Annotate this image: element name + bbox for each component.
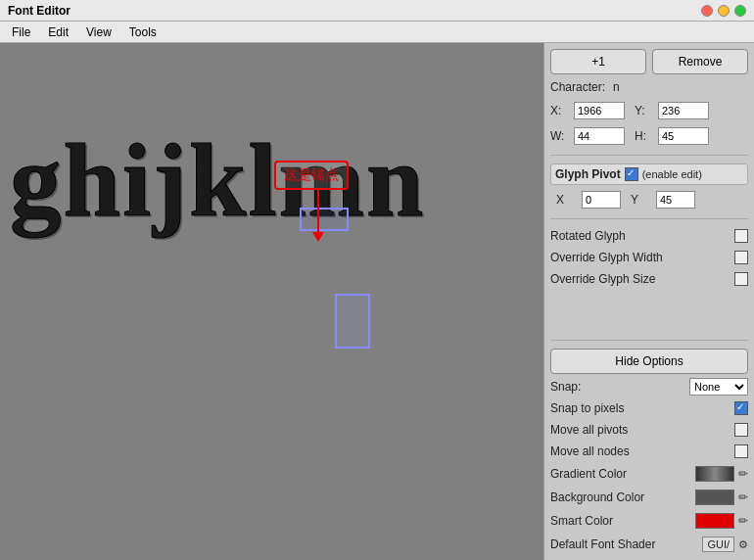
rotated-glyph-row: Rotated Glyph xyxy=(550,227,748,245)
menu-bar: File Edit View Tools xyxy=(0,22,754,43)
anchor-arrow xyxy=(317,188,319,237)
glyph-pivot-enable-text: (enable edit) xyxy=(642,168,702,180)
n-selection-box xyxy=(300,208,349,231)
pivot-xy-row: X Y xyxy=(550,191,748,209)
hide-options-button[interactable]: Hide Options xyxy=(550,349,748,374)
override-size-label: Override Glyph Size xyxy=(550,272,729,286)
wh-row: W: H: xyxy=(550,127,748,145)
snap-to-pixels-checkbox[interactable] xyxy=(734,401,748,415)
plus-one-button[interactable]: +1 xyxy=(550,49,646,74)
menu-view[interactable]: View xyxy=(78,23,119,41)
maximize-button[interactable] xyxy=(734,5,746,17)
arrow-line xyxy=(317,188,319,232)
smart-color-label: Smart Color xyxy=(550,514,691,528)
glyph-text: ghijklmn xyxy=(10,121,425,240)
override-size-checkbox[interactable] xyxy=(734,272,748,286)
background-color-row: Background Color ✏ xyxy=(550,488,748,507)
character-value: n xyxy=(613,80,620,94)
w-input[interactable] xyxy=(574,127,625,145)
divider-3 xyxy=(550,340,748,341)
smart-color-swatch[interactable] xyxy=(695,513,734,529)
glyph-pivot-label: Glyph Pivot xyxy=(555,167,621,181)
w-label: W: xyxy=(550,129,570,143)
move-all-nodes-label: Move all nodes xyxy=(550,444,729,458)
y-label: Y: xyxy=(635,104,654,117)
arrow-head xyxy=(312,232,324,242)
canvas-area[interactable]: ghijklmn 这是锚点 选中这里进入锚点编辑模式 xyxy=(0,43,543,560)
default-font-shader-value: GUI/ xyxy=(702,537,734,552)
divider-2 xyxy=(550,218,748,219)
main-layout: ghijklmn 这是锚点 选中这里进入锚点编辑模式 xyxy=(0,43,754,560)
menu-file[interactable]: File xyxy=(4,23,38,41)
glyph-display: ghijklmn xyxy=(0,121,524,240)
pivot-x-input[interactable] xyxy=(582,191,621,209)
h-label: H: xyxy=(635,129,654,143)
move-all-nodes-row: Move all nodes xyxy=(550,443,748,460)
anchor-label: 这是锚点 xyxy=(284,166,339,182)
default-font-shader-label: Default Font Shader xyxy=(550,537,698,551)
top-button-row: +1 Remove xyxy=(550,49,748,74)
character-row: Character: n xyxy=(550,80,748,94)
move-all-nodes-checkbox[interactable] xyxy=(734,444,748,458)
anchor-annotation: 这是锚点 xyxy=(274,161,349,190)
move-all-pivots-checkbox[interactable] xyxy=(734,423,748,437)
gear-icon[interactable]: ⚙ xyxy=(738,538,748,551)
pivot-x-label: X xyxy=(556,193,576,207)
rect-selection-box xyxy=(335,294,370,349)
character-label: Character: xyxy=(550,80,605,94)
smart-color-edit-icon[interactable]: ✏ xyxy=(738,514,748,528)
divider-1 xyxy=(550,155,748,156)
rotated-glyph-checkbox[interactable] xyxy=(734,229,748,243)
move-all-pivots-label: Move all pivots xyxy=(550,423,729,437)
background-color-label: Background Color xyxy=(550,490,691,504)
override-width-checkbox[interactable] xyxy=(734,251,748,264)
glyph-pivot-checkbox[interactable] xyxy=(625,167,638,181)
xy-row: X: Y: xyxy=(550,102,748,119)
snap-select[interactable]: None Grid Pixel xyxy=(689,378,748,396)
background-color-swatch[interactable] xyxy=(695,490,734,505)
background-color-edit-icon[interactable]: ✏ xyxy=(738,490,748,504)
gradient-color-label: Gradient Color xyxy=(550,467,691,481)
override-size-row: Override Glyph Size xyxy=(550,270,748,288)
remove-button[interactable]: Remove xyxy=(652,49,748,74)
h-input[interactable] xyxy=(658,127,709,145)
move-all-pivots-row: Move all pivots xyxy=(550,421,748,439)
glyph-pivot-row: Glyph Pivot (enable edit) xyxy=(550,163,748,185)
app-title: Font Editor xyxy=(8,4,71,18)
rotated-glyph-label: Rotated Glyph xyxy=(550,229,729,243)
override-width-label: Override Glyph Width xyxy=(550,251,729,264)
right-panel: +1 Remove Character: n X: Y: W: H: xyxy=(543,43,754,560)
smart-color-row: Smart Color ✏ xyxy=(550,511,748,531)
minimize-button[interactable] xyxy=(718,5,730,17)
gradient-color-swatch[interactable] xyxy=(695,466,734,482)
snap-label: Snap: xyxy=(550,380,685,394)
snap-row: Snap: None Grid Pixel xyxy=(550,378,748,396)
gradient-color-edit-icon[interactable]: ✏ xyxy=(738,467,748,481)
y-input[interactable] xyxy=(658,102,709,119)
menu-tools[interactable]: Tools xyxy=(121,23,165,41)
snap-to-pixels-label: Snap to pixels xyxy=(550,401,729,415)
pivot-y-label: Y xyxy=(631,193,650,207)
pivot-y-input[interactable] xyxy=(656,191,695,209)
window-controls xyxy=(701,5,746,17)
title-bar: Font Editor xyxy=(0,0,754,22)
close-button[interactable] xyxy=(701,5,713,17)
override-width-row: Override Glyph Width xyxy=(550,249,748,266)
x-input[interactable] xyxy=(574,102,625,119)
x-label: X: xyxy=(550,104,570,117)
default-font-shader-row: Default Font Shader GUI/ ⚙ xyxy=(550,535,748,554)
menu-edit[interactable]: Edit xyxy=(40,23,76,41)
gradient-color-row: Gradient Color ✏ xyxy=(550,464,748,484)
spacer xyxy=(550,292,748,332)
snap-to-pixels-row: Snap to pixels xyxy=(550,399,748,417)
